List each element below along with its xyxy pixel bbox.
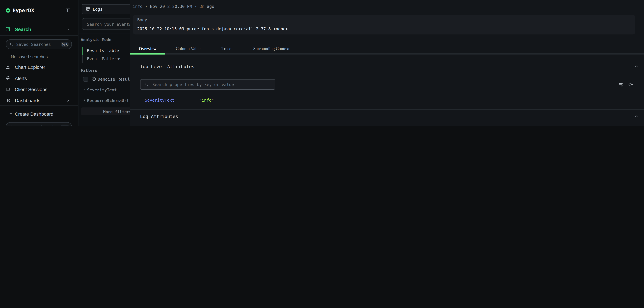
divider xyxy=(130,109,644,110)
tab-trace[interactable]: Trace xyxy=(213,46,240,51)
alerts-bell-icon xyxy=(5,76,10,81)
denoise-checkbox[interactable] xyxy=(83,76,88,82)
chevron-right-icon[interactable] xyxy=(82,88,86,91)
source-select-value: Logs xyxy=(93,7,103,11)
sidebar-item-chart-explorer[interactable]: Chart Explorer xyxy=(15,65,45,69)
separator: · xyxy=(194,4,197,8)
chevron-up-icon[interactable] xyxy=(66,28,70,32)
chart-explorer-icon xyxy=(5,64,10,69)
brand-title: HyperDX xyxy=(12,7,34,13)
event-detail-panel: info·Nov 20 2:20:30 PM·3m ago Body 2025-… xyxy=(130,0,644,126)
wrap-lines-icon[interactable] xyxy=(618,82,623,87)
shortcut-badge: ⌘K xyxy=(61,42,68,46)
top-level-search-box[interactable] xyxy=(140,79,275,90)
tab-overview[interactable]: Overview xyxy=(130,46,165,51)
logs-archive-icon xyxy=(85,6,90,11)
section-title-top-level: Top Level Attributes xyxy=(140,64,194,69)
event-header-meta: info·Nov 20 2:20:30 PM·3m ago xyxy=(133,4,217,8)
saved-searches-search[interactable]: ⌘K xyxy=(6,39,72,49)
sidebar-item-search[interactable]: Search xyxy=(15,27,31,32)
mode-inactive-bar xyxy=(82,55,83,63)
more-filters-label: More filters xyxy=(103,110,132,114)
divider xyxy=(0,105,78,106)
search-icon xyxy=(144,82,149,87)
denoise-icon xyxy=(92,76,96,81)
attribute-key[interactable]: SeverityText xyxy=(145,98,174,102)
denoise-label[interactable]: Denoise Results xyxy=(98,77,135,81)
body-text: 2025-10-22 10:15:09 purge fonts-dejavu-c… xyxy=(137,26,288,31)
search-icon xyxy=(9,42,13,46)
attribute-value[interactable]: info xyxy=(202,98,212,102)
event-timestamp: Nov 20 2:20:30 PM xyxy=(150,4,192,8)
chevron-up-icon[interactable] xyxy=(66,99,70,103)
mode-active-bar xyxy=(82,46,83,55)
search-nav-icon xyxy=(5,27,10,31)
filter-group-severitytext[interactable]: SeverityText xyxy=(87,88,117,92)
saved-dashboards-search[interactable]: ⌘K xyxy=(6,122,72,126)
mode-event-patterns[interactable]: Event Patterns xyxy=(87,56,122,61)
client-sessions-laptop-icon xyxy=(5,87,10,92)
tab-column-values[interactable]: Column Values xyxy=(165,46,213,51)
divider xyxy=(0,35,78,35)
dashboards-grid-icon xyxy=(5,98,10,103)
chevron-up-icon[interactable] xyxy=(634,114,639,119)
gear-icon[interactable] xyxy=(628,81,634,87)
tab-surrounding-context[interactable]: Surrounding Context xyxy=(240,46,303,51)
filter-group-resourceschemaurl[interactable]: ResourceSchemaUrl xyxy=(87,98,129,103)
saved-dashboards-input[interactable] xyxy=(16,123,62,126)
saved-searches-input[interactable] xyxy=(16,40,62,49)
chevron-right-icon[interactable] xyxy=(82,98,86,102)
sidebar: HyperDX Search ⌘K No saved searches Char… xyxy=(0,0,78,126)
no-saved-searches-text: No saved searches xyxy=(11,54,48,59)
hyperdx-logo-icon xyxy=(5,7,11,13)
event-relative-time: 3m ago xyxy=(200,4,214,8)
collapse-sidebar-icon[interactable] xyxy=(65,8,70,13)
body-card: Body 2025-10-22 10:15:09 purge fonts-dej… xyxy=(133,15,635,34)
tab-active-indicator xyxy=(130,53,165,54)
severity-text: info xyxy=(133,4,142,8)
sidebar-item-alerts[interactable]: Alerts xyxy=(15,76,27,81)
chevron-up-icon[interactable] xyxy=(634,64,639,69)
sidebar-item-dashboards[interactable]: Dashboards xyxy=(15,98,40,103)
section-title-log-attributes: Log Attributes xyxy=(140,114,178,119)
filters-label: Filters xyxy=(81,68,97,72)
analysis-mode-label: Analysis Mode xyxy=(81,38,111,42)
search-icon xyxy=(9,125,13,126)
tab-track xyxy=(130,53,644,54)
shortcut-badge: ⌘K xyxy=(61,124,68,126)
app-root: HyperDX Search ⌘K No saved searches Char… xyxy=(0,0,644,126)
top-level-search-input[interactable] xyxy=(152,80,272,89)
attribute-row: SeverityText"info" xyxy=(145,98,214,102)
separator: · xyxy=(145,4,148,8)
body-label: Body xyxy=(137,17,147,22)
mode-results-table[interactable]: Results Table xyxy=(87,48,119,53)
sidebar-item-client-sessions[interactable]: Client Sessions xyxy=(15,87,47,92)
create-dashboard-button[interactable]: Create Dashboard xyxy=(15,111,53,116)
plus-icon: + xyxy=(10,111,12,116)
